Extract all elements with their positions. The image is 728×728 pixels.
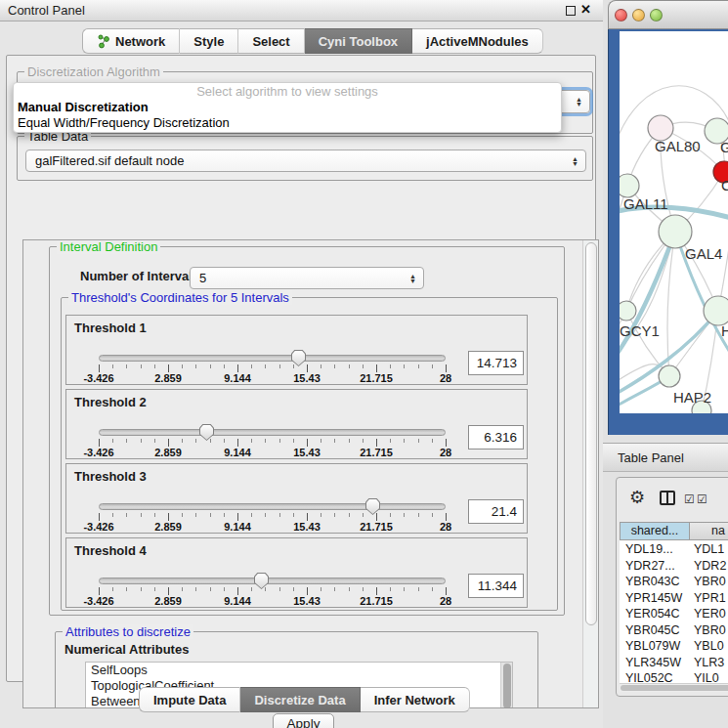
table-data-group: Table Data galFiltered.sif default node … bbox=[17, 136, 593, 181]
threshold-4-panel: Threshold 4 -3.426 2.859 9.144 15.43 21.… bbox=[65, 537, 528, 608]
list-item[interactable]: SelfLoops bbox=[86, 663, 512, 678]
combo-arrows-icon: ▲▼ bbox=[572, 156, 578, 166]
table-row[interactable]: YBR043CYBR0 bbox=[620, 574, 728, 590]
network-view-frame: GAL80 GA C GAL11 GAL4 GCY1 H HAP2 bbox=[608, 29, 728, 435]
dropdown-option-manual-discretization[interactable]: Manual Discretization bbox=[14, 100, 561, 115]
tab-discretize-data[interactable]: Discretize Data bbox=[240, 687, 360, 712]
gear-icon[interactable]: ⚙ bbox=[629, 487, 645, 508]
tab-infer-network[interactable]: Infer Network bbox=[361, 687, 470, 712]
table-horizontal-scrollbar-thumb[interactable] bbox=[621, 685, 728, 691]
minimize-traffic-light-icon[interactable] bbox=[632, 9, 645, 21]
network-icon bbox=[97, 34, 110, 49]
table-horizontal-scrollbar[interactable] bbox=[620, 683, 728, 692]
node-gcy1[interactable] bbox=[620, 301, 636, 321]
tab-network-label: Network bbox=[115, 34, 165, 49]
dropdown-option-equal-width-frequency[interactable]: Equal Width/Frequency Discretization bbox=[14, 115, 561, 131]
discretization-algorithm-label: Discretization Algorithm bbox=[24, 64, 163, 79]
bottom-tab-strip: Impute Data Discretize Data Infer Networ… bbox=[139, 687, 470, 712]
combo-arrows-icon: ▲▼ bbox=[409, 274, 416, 283]
threshold-1-value-field[interactable]: 14.713 bbox=[468, 351, 524, 375]
control-panel-titlebar: Control Panel ✕ bbox=[0, 0, 604, 21]
settings-scrollpane: Interval Definition Number of Intervals … bbox=[22, 239, 599, 708]
threshold-3-slider-track[interactable] bbox=[99, 503, 446, 510]
interval-definition-group: Interval Definition Number of Intervals … bbox=[49, 246, 565, 616]
node-gal4[interactable] bbox=[659, 215, 692, 248]
table-data-combobox[interactable]: galFiltered.sif default node ▲▼ bbox=[25, 150, 586, 172]
table-data-value: galFiltered.sif default node bbox=[35, 153, 184, 168]
node-label-gal4: GAL4 bbox=[685, 245, 722, 262]
slider-major-ticks bbox=[99, 513, 447, 521]
attributes-group-label: Attributes to discretize bbox=[63, 624, 193, 639]
node-label-gal11: GAL11 bbox=[623, 195, 668, 212]
apply-button[interactable]: Apply bbox=[273, 713, 334, 728]
number-of-intervals-label: Number of Intervals bbox=[80, 269, 199, 283]
network-view-window: GAL80 GA C GAL11 GAL4 GCY1 H HAP2 bbox=[608, 0, 728, 435]
threshold-2-panel: Threshold 2 -3.426 2.859 9.144 15.43 21.… bbox=[65, 389, 528, 459]
tab-network[interactable]: Network bbox=[82, 28, 180, 54]
table-row[interactable]: YBR045CYBR0 bbox=[620, 622, 728, 639]
node-attribute-table[interactable]: shared... na YDL19...YDL1 YDR27...YDR2 Y… bbox=[620, 522, 728, 683]
table-row[interactable]: YIL052CYIL0 bbox=[620, 670, 728, 683]
threshold-2-value-field[interactable]: 6.316 bbox=[468, 425, 524, 450]
settings-scrollbar-thumb[interactable] bbox=[585, 242, 597, 625]
tab-cyni-toolbox[interactable]: Cyni Toolbox bbox=[305, 28, 412, 54]
table-row[interactable]: YER054CYER0 bbox=[620, 606, 728, 622]
table-row[interactable]: YLR345WYLR3 bbox=[620, 655, 728, 671]
dropdown-prompt: Select algorithm to view settings bbox=[14, 84, 561, 100]
list-scrollbar[interactable] bbox=[500, 663, 512, 707]
numerical-attributes-label: Numerical Attributes bbox=[64, 642, 189, 657]
window-title: Control Panel bbox=[8, 3, 85, 18]
threshold-1-label: Threshold 1 bbox=[74, 321, 147, 335]
threshold-3-value-field[interactable]: 21.4 bbox=[468, 499, 524, 524]
combo-arrows-icon: ▲▼ bbox=[576, 97, 582, 107]
node-label-ga: GA bbox=[720, 139, 728, 155]
close-traffic-light-icon[interactable] bbox=[615, 9, 627, 21]
list-scrollbar-thumb[interactable] bbox=[503, 664, 511, 708]
columns-icon[interactable] bbox=[660, 491, 675, 505]
number-of-intervals-combobox[interactable]: 5 ▲▼ bbox=[190, 267, 424, 289]
node-label-hap2: HAP2 bbox=[673, 389, 711, 406]
close-icon[interactable]: ✕ bbox=[580, 2, 591, 17]
tab-jactivemnodules[interactable]: jActiveMNodules bbox=[412, 28, 543, 54]
number-of-intervals-value: 5 bbox=[199, 271, 206, 285]
node-label-h: H bbox=[721, 322, 728, 339]
network-canvas[interactable]: GAL80 GA C GAL11 GAL4 GCY1 H HAP2 bbox=[620, 31, 728, 413]
node-label-gcy1: GCY1 bbox=[620, 322, 660, 339]
table-row[interactable]: YDL19...YDL1 bbox=[620, 541, 728, 558]
table-panel-titlebar: Table Panel bbox=[603, 443, 728, 472]
threshold-3-panel: Threshold 3 -3.426 2.859 9.144 15.43 21.… bbox=[65, 463, 528, 534]
thresholds-group: Threshold's Coordinates for 5 Intervals … bbox=[61, 297, 558, 611]
slider-major-ticks bbox=[99, 587, 447, 595]
node-label-c: C bbox=[721, 177, 728, 193]
table-row[interactable]: YDR27...YDR2 bbox=[620, 558, 728, 575]
threshold-2-slider-track[interactable] bbox=[99, 429, 446, 436]
table-row[interactable]: YBL079WYBL0 bbox=[620, 638, 728, 655]
threshold-1-panel: Threshold 1 -3.426 2.859 9.144 15.43 21.… bbox=[65, 315, 528, 385]
threshold-1-slider-track[interactable] bbox=[99, 355, 446, 362]
tab-select[interactable]: Select bbox=[238, 28, 304, 54]
threshold-3-label: Threshold 3 bbox=[74, 469, 147, 484]
algorithm-dropdown-popup: Select algorithm to view settings Manual… bbox=[13, 82, 562, 133]
table-panel-title: Table Panel bbox=[618, 450, 684, 465]
thresholds-group-label: Threshold's Coordinates for 5 Intervals bbox=[68, 290, 292, 305]
node-right[interactable] bbox=[704, 296, 728, 325]
top-tab-strip: Network Style Select Cyni Toolbox jActiv… bbox=[82, 28, 543, 54]
node-hap2[interactable] bbox=[659, 365, 680, 387]
table-row[interactable]: YPR145WYPR1 bbox=[620, 590, 728, 607]
node-label-gal80: GAL80 bbox=[655, 138, 701, 154]
zoom-traffic-light-icon[interactable] bbox=[650, 9, 663, 21]
column-header-name[interactable]: na bbox=[689, 522, 728, 540]
threshold-4-value-field[interactable]: 11.344 bbox=[468, 574, 524, 598]
settings-scrollbar[interactable] bbox=[582, 240, 598, 707]
checkbox-icon[interactable]: ☑ bbox=[697, 492, 707, 506]
tab-impute-data[interactable]: Impute Data bbox=[139, 687, 240, 712]
float-window-icon[interactable] bbox=[566, 6, 576, 16]
threshold-4-slider-track[interactable] bbox=[99, 578, 446, 584]
column-header-shared[interactable]: shared... bbox=[620, 522, 690, 540]
tab-style[interactable]: Style bbox=[180, 28, 238, 54]
node-gal11[interactable] bbox=[620, 174, 639, 197]
checkbox-icon[interactable]: ☑ bbox=[684, 492, 695, 506]
network-window-titlebar[interactable] bbox=[608, 0, 728, 29]
threshold-4-label: Threshold 4 bbox=[74, 543, 147, 558]
interval-definition-label: Interval Definition bbox=[57, 239, 160, 254]
